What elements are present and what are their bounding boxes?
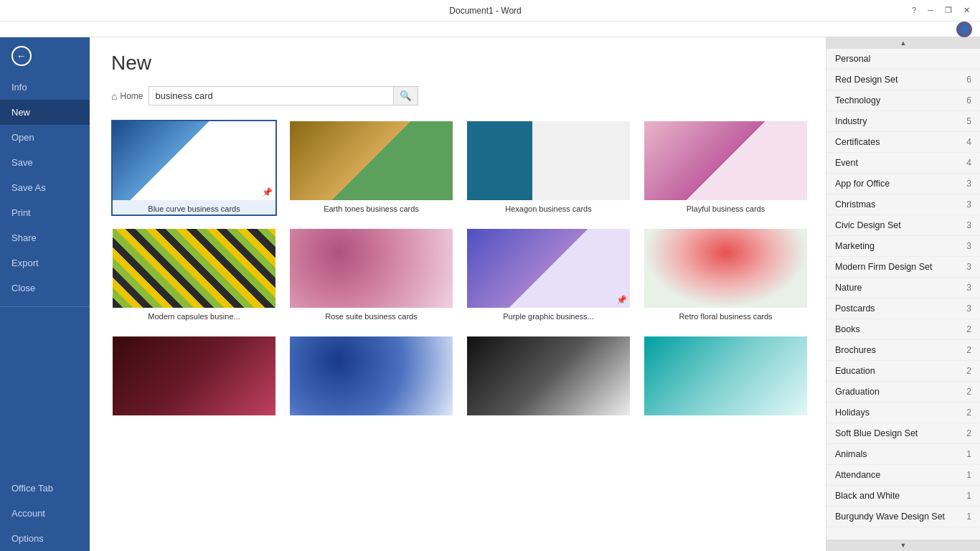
template-label-modern-cap: Modern capsules busine...: [113, 308, 275, 322]
help-button[interactable]: ?: [908, 4, 920, 17]
template-card-earth-tones[interactable]: Earth tones business cards: [288, 120, 454, 216]
sidebar-item-info[interactable]: Info: [0, 75, 90, 100]
template-card-rose-suite[interactable]: Rose suite business cards: [288, 227, 454, 324]
category-item-brochures[interactable]: Brochures2: [826, 340, 980, 361]
templates-scroll[interactable]: 📌Blue curve business cardsEarth tones bu…: [111, 120, 811, 551]
category-item-christmas[interactable]: Christmas3: [826, 194, 980, 215]
category-item-black-white[interactable]: Black and White1: [826, 486, 980, 507]
template-thumb-black-arrow: [467, 336, 630, 415]
sidebar-item-close[interactable]: Close: [0, 276, 90, 301]
scroll-up-button[interactable]: ▲: [826, 37, 980, 49]
category-count: 5: [966, 116, 971, 126]
category-item-postcards[interactable]: Postcards3: [826, 298, 980, 319]
template-thumb-teal-card: [644, 336, 807, 415]
category-count: 1: [966, 449, 971, 459]
close-button[interactable]: ✕: [959, 4, 974, 17]
category-label: Red Design Set: [835, 75, 898, 85]
category-item-technology[interactable]: Technology6: [826, 90, 980, 111]
template-card-teal-card[interactable]: [643, 335, 809, 423]
sidebar-item-share[interactable]: Share: [0, 225, 90, 250]
template-thumb-blue-circles: [290, 336, 453, 415]
category-label: Books: [835, 324, 860, 334]
category-item-modern-firm[interactable]: Modern Firm Design Set3: [826, 257, 980, 278]
home-icon: ⌂: [111, 90, 117, 102]
category-count: 4: [966, 158, 971, 168]
category-label: Personal: [835, 54, 870, 64]
scroll-down-button[interactable]: ▼: [826, 540, 980, 551]
template-card-retro-floral[interactable]: Retro floral business cards: [643, 227, 809, 324]
home-link[interactable]: ⌂ Home: [111, 90, 143, 102]
sidebar-item-open[interactable]: Open: [0, 125, 90, 150]
template-card-hexagon[interactable]: Hexagon business cards: [466, 120, 631, 216]
titlebar: Document1 - Word ? ─ ❐ ✕: [0, 0, 980, 22]
sidebar-item-export[interactable]: Export: [0, 250, 90, 276]
scroll-arrows-top: ▲: [826, 37, 980, 49]
category-item-attendance[interactable]: Attendance1: [826, 465, 980, 486]
category-count: 2: [966, 324, 971, 334]
category-item-industry[interactable]: Industry5: [826, 111, 980, 132]
search-button[interactable]: 🔍: [393, 87, 418, 105]
template-card-blue-curve[interactable]: 📌Blue curve business cards: [111, 120, 277, 216]
minimize-button[interactable]: ─: [923, 4, 938, 17]
sidebar-item-account[interactable]: Account: [0, 501, 90, 526]
category-item-nature[interactable]: Nature3: [826, 278, 980, 298]
category-list: PersonalRed Design Set6Technology6Indust…: [826, 49, 980, 527]
sidebar-item-options[interactable]: Options: [0, 526, 90, 551]
category-count: 2: [966, 387, 971, 397]
category-count: 3: [966, 262, 971, 272]
category-item-holidays[interactable]: Holidays2: [826, 402, 980, 423]
category-label: Education: [835, 366, 875, 376]
back-button[interactable]: ←: [0, 37, 90, 75]
category-item-certificates[interactable]: Certificates4: [826, 132, 980, 153]
sidebar-item-print[interactable]: Print: [0, 200, 90, 225]
category-label: Animals: [835, 449, 867, 459]
category-label: Nature: [835, 283, 862, 293]
titlebar-controls[interactable]: ? ─ ❐ ✕: [908, 4, 974, 17]
category-item-animals[interactable]: Animals1: [826, 444, 980, 465]
pin-icon: 📌: [262, 187, 273, 197]
template-thumb-rose-suite: [290, 229, 453, 308]
category-item-event[interactable]: Event4: [826, 153, 980, 174]
category-scroll[interactable]: PersonalRed Design Set6Technology6Indust…: [826, 49, 980, 540]
category-item-books[interactable]: Books2: [826, 319, 980, 340]
category-label: Event: [835, 158, 858, 168]
template-card-purple-graphic[interactable]: 📌Purple graphic business...: [466, 227, 631, 324]
user-avatar-area[interactable]: 👤: [954, 22, 974, 37]
template-label-dark-floral: [113, 415, 275, 421]
template-card-black-arrow[interactable]: [466, 335, 631, 423]
pin-icon: 📌: [616, 295, 627, 305]
category-item-soft-blue[interactable]: Soft Blue Design Set2: [826, 423, 980, 444]
category-item-app-for-office[interactable]: App for Office3: [826, 174, 980, 194]
category-item-civic-design[interactable]: Civic Design Set3: [826, 215, 980, 236]
sidebar-item-office-tab[interactable]: Office Tab: [0, 476, 90, 501]
category-label: App for Office: [835, 179, 890, 189]
template-card-blue-circles[interactable]: [288, 335, 454, 423]
back-icon[interactable]: ←: [11, 46, 32, 66]
template-card-modern-cap[interactable]: Modern capsules busine...: [111, 227, 277, 324]
category-item-burgundy-wave[interactable]: Burgundy Wave Design Set1: [826, 507, 980, 527]
category-item-graduation[interactable]: Graduation2: [826, 382, 980, 402]
category-item-personal[interactable]: Personal: [826, 49, 980, 70]
sidebar-item-save-as[interactable]: Save As: [0, 175, 90, 200]
search-input-wrap: 🔍: [149, 86, 418, 105]
page-title: New: [111, 52, 811, 75]
sidebar-item-save[interactable]: Save: [0, 150, 90, 175]
category-item-red-design[interactable]: Red Design Set6: [826, 70, 980, 90]
template-thumb-dark-floral: [113, 336, 275, 415]
template-card-playful[interactable]: Playful business cards: [643, 120, 809, 216]
template-label-teal-card: [644, 415, 807, 421]
template-thumb-hexagon: [467, 121, 630, 200]
category-count: 1: [966, 491, 971, 501]
template-thumb-blue-curve: 📌: [113, 121, 275, 200]
main-layout: ← InfoNewOpenSaveSave AsPrintShareExport…: [0, 37, 980, 551]
template-label-blue-circles: [290, 415, 453, 421]
restore-button[interactable]: ❐: [941, 4, 956, 17]
template-card-dark-floral[interactable]: [111, 335, 277, 423]
category-item-marketing[interactable]: Marketing3: [826, 236, 980, 257]
category-item-education[interactable]: Education2: [826, 361, 980, 382]
template-label-blue-curve: Blue curve business cards: [113, 200, 275, 215]
category-label: Certificates: [835, 137, 880, 147]
search-input[interactable]: [149, 87, 393, 105]
home-label: Home: [120, 91, 143, 101]
sidebar-item-new[interactable]: New: [0, 100, 90, 125]
